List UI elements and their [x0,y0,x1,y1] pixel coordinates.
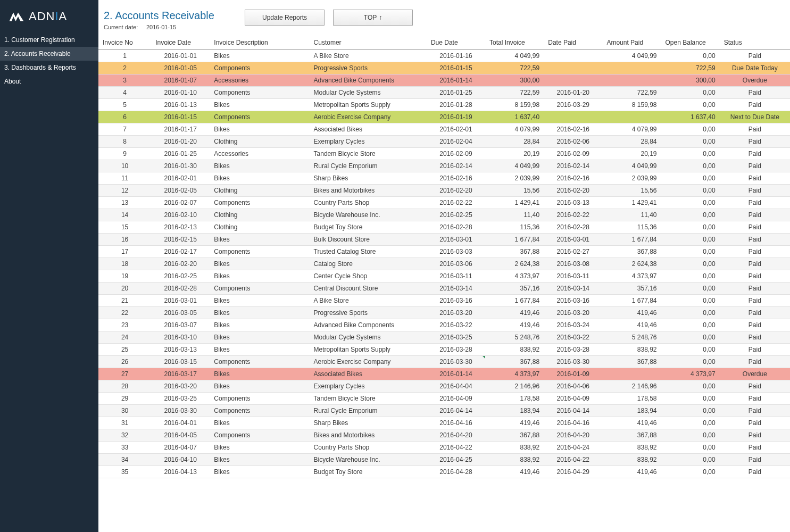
cell[interactable]: 357,16 [485,282,544,295]
table-row[interactable]: 282016-03-20BikesExemplary Cycles2016-04… [98,380,790,393]
cell[interactable]: 23 [98,319,151,331]
cell[interactable] [544,111,602,123]
cell[interactable]: 19 [98,270,151,282]
cell[interactable]: Country Parts Shop [310,442,427,454]
cell[interactable]: 2 146,96 [485,380,544,393]
cell[interactable]: Next to Due Date [720,111,790,123]
cell[interactable]: 2016-02-06 [544,136,602,148]
cell[interactable]: 2016-01-07 [151,74,210,87]
cell[interactable]: Bikes [210,319,309,331]
cell[interactable]: 2016-02-14 [427,160,485,172]
cell[interactable]: 2016-03-11 [544,270,602,282]
table-row[interactable]: 332016-04-07BikesCountry Parts Shop2016-… [98,442,790,454]
cell[interactable]: Rural Cycle Emporium [310,160,427,172]
cell[interactable]: 25 [98,344,151,356]
table-row[interactable]: 272016-03-17BikesAssociated Bikes2016-01… [98,368,790,380]
cell[interactable]: Bikes [210,454,309,466]
cell[interactable]: Components [210,282,309,295]
cell[interactable]: Modular Cycle Systems [310,87,427,99]
table-row[interactable]: 112016-02-01BikesSharp Bikes2016-02-162 … [98,172,790,185]
cell[interactable]: 4 373,97 [602,270,661,282]
cell[interactable]: Country Parts Shop [310,197,427,209]
cell[interactable]: Bikes [210,368,309,380]
update-reports-button[interactable]: Update Reports [245,10,325,26]
cell[interactable]: 2016-03-22 [427,319,485,331]
cell[interactable]: Budget Toy Store [310,466,427,478]
cell[interactable]: 4 049,99 [602,50,661,62]
cell[interactable]: 0,00 [661,331,720,344]
cell[interactable]: Advanced Bike Components [310,74,427,87]
cell[interactable]: Paid [720,380,790,393]
cell[interactable]: 2016-02-27 [544,246,602,258]
cell[interactable]: Paid [720,209,790,221]
cell[interactable]: 2016-04-04 [427,380,485,393]
cell[interactable]: 2016-01-10 [151,87,210,99]
cell[interactable]: 8 159,98 [602,99,661,111]
cell[interactable]: Bikes [210,50,309,62]
cell[interactable]: 28,84 [485,136,544,148]
cell[interactable]: 2016-04-22 [427,442,485,454]
cell[interactable]: Progressive Sports [310,62,427,74]
column-header[interactable]: Total Invoice [485,36,544,50]
cell[interactable]: 838,92 [602,454,661,466]
sidebar-item-1[interactable]: 2. Accounts Receivable [0,47,98,61]
cell[interactable]: 31 [98,417,151,429]
cell[interactable]: Components [210,62,309,74]
cell[interactable]: 2016-02-28 [544,221,602,234]
cell[interactable]: 2016-03-28 [544,344,602,356]
cell[interactable]: Paid [720,234,790,246]
cell[interactable]: 29 [98,393,151,405]
cell[interactable]: 419,46 [602,417,661,429]
table-row[interactable]: 312016-04-01BikesSharp Bikes2016-04-1641… [98,417,790,429]
cell[interactable]: 18 [98,258,151,270]
cell[interactable]: 2016-04-05 [151,429,210,442]
cell[interactable]: 0,00 [661,99,720,111]
cell[interactable]: Center Cycle Shop [310,270,427,282]
cell[interactable]: Clothing [210,209,309,221]
cell[interactable]: 2016-03-16 [427,295,485,307]
cell[interactable] [544,50,602,62]
cell[interactable]: 2016-01-05 [151,62,210,74]
cell[interactable]: 2016-04-25 [427,454,485,466]
cell[interactable]: 2016-02-20 [151,258,210,270]
cell[interactable]: 2016-04-14 [427,405,485,417]
cell[interactable]: 2016-02-10 [151,209,210,221]
cell[interactable]: 2016-04-09 [427,393,485,405]
cell[interactable]: 2016-02-15 [151,234,210,246]
cell[interactable]: A Bike Store [310,50,427,62]
cell[interactable]: 2016-04-16 [544,417,602,429]
cell[interactable]: 0,00 [661,136,720,148]
cell[interactable]: 2016-01-14 [427,74,485,87]
table-row[interactable]: 292016-03-25ComponentsTandem Bicycle Sto… [98,393,790,405]
cell[interactable]: 32 [98,429,151,442]
cell[interactable]: Components [210,197,309,209]
cell[interactable] [544,74,602,87]
cell[interactable]: 0,00 [661,429,720,442]
cell[interactable]: 2016-03-17 [151,368,210,380]
cell[interactable]: 2016-02-07 [151,197,210,209]
cell[interactable]: 2016-04-29 [544,466,602,478]
cell[interactable]: 2016-03-20 [427,307,485,319]
cell[interactable]: 2016-03-22 [544,331,602,344]
cell[interactable]: Paid [720,417,790,429]
cell[interactable]: 5 [98,99,151,111]
cell[interactable]: 0,00 [661,344,720,356]
cell[interactable]: Paid [720,344,790,356]
cell[interactable]: 2016-02-04 [427,136,485,148]
cell[interactable]: 2016-04-09 [544,393,602,405]
cell[interactable]: 115,36 [602,221,661,234]
column-header[interactable]: Amount Paid [602,36,661,50]
column-header[interactable]: Date Paid [544,36,602,50]
table-row[interactable]: 62016-01-15ComponentsAerobic Exercise Co… [98,111,790,123]
cell[interactable]: Due Date Today [720,62,790,74]
cell[interactable]: 2016-03-25 [151,393,210,405]
cell[interactable]: 2016-02-28 [427,221,485,234]
cell[interactable]: 2016-02-20 [544,185,602,197]
cell[interactable]: 15 [98,221,151,234]
cell[interactable]: 419,46 [602,307,661,319]
cell[interactable]: Bicycle Warehouse Inc. [310,454,427,466]
cell[interactable]: 1 677,84 [485,234,544,246]
cell[interactable]: 419,46 [485,417,544,429]
cell[interactable]: 2016-03-13 [151,344,210,356]
cell[interactable]: 2016-01-30 [151,160,210,172]
